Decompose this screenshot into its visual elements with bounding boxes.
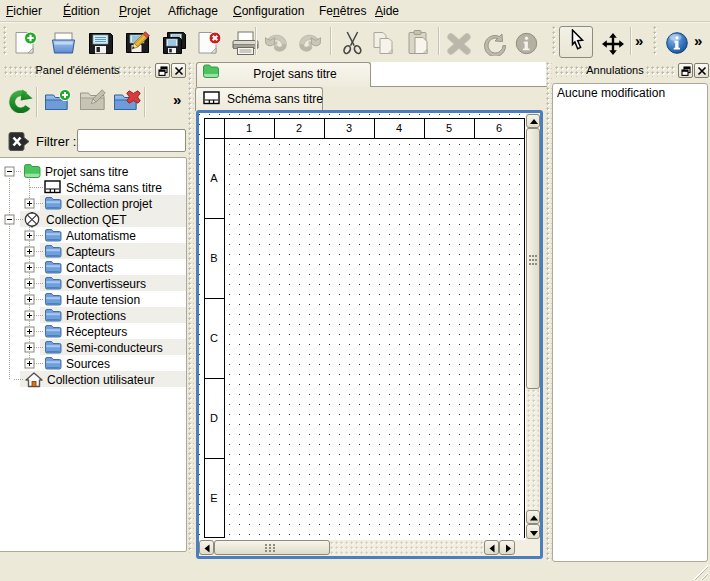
svg-text:Collection projet: Collection projet bbox=[66, 197, 153, 211]
svg-text:1: 1 bbox=[246, 122, 252, 134]
svg-text:Projet sans titre: Projet sans titre bbox=[45, 165, 129, 179]
svg-text:Sources: Sources bbox=[66, 357, 110, 371]
svg-text:3: 3 bbox=[346, 122, 352, 134]
svg-text:Collection utilisateur: Collection utilisateur bbox=[47, 373, 154, 387]
svg-text:A: A bbox=[210, 172, 218, 184]
svg-text:Semi-conducteurs: Semi-conducteurs bbox=[66, 341, 163, 355]
svg-text:2: 2 bbox=[296, 122, 302, 134]
svg-text:Convertisseurs: Convertisseurs bbox=[66, 277, 146, 291]
svg-text:B: B bbox=[210, 252, 217, 264]
svg-text:D: D bbox=[210, 412, 218, 424]
svg-text:Haute tension: Haute tension bbox=[66, 293, 140, 307]
svg-text:Contacts: Contacts bbox=[66, 261, 113, 275]
svg-text:6: 6 bbox=[496, 122, 502, 134]
svg-text:Capteurs: Capteurs bbox=[66, 245, 115, 259]
svg-text:4: 4 bbox=[396, 122, 402, 134]
svg-text:Automatisme: Automatisme bbox=[66, 229, 136, 243]
svg-text:Protections: Protections bbox=[66, 309, 126, 323]
svg-text:C: C bbox=[210, 332, 218, 344]
svg-text:Schéma sans titre: Schéma sans titre bbox=[66, 181, 162, 195]
svg-text:Collection QET: Collection QET bbox=[46, 213, 127, 227]
svg-text:Récepteurs: Récepteurs bbox=[66, 325, 127, 339]
svg-text:5: 5 bbox=[446, 122, 452, 134]
svg-text:E: E bbox=[210, 492, 217, 504]
